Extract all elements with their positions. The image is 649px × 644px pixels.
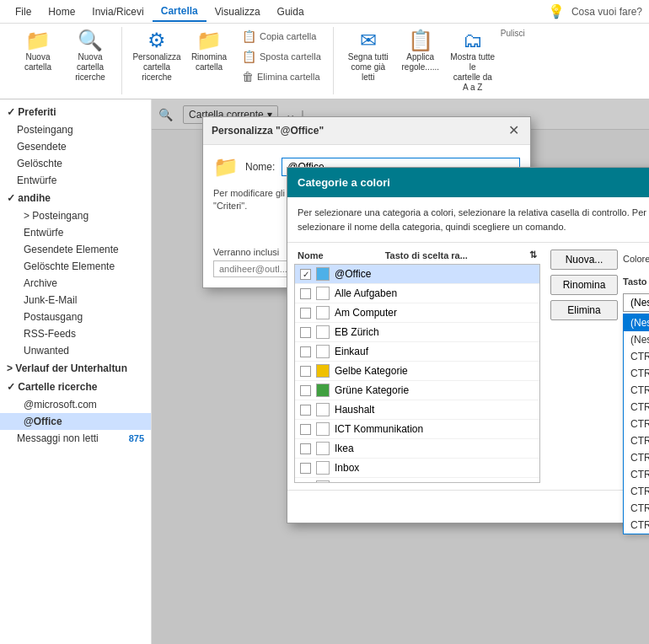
sidebar-item-entwürfe-pref[interactable]: Entwürfe [0, 172, 151, 189]
shortcut-option-f3[interactable]: CTRL+F3 [624, 365, 649, 382]
nuova-cartella-label: Nuovacartella [24, 52, 51, 72]
shortcut-select[interactable]: (Nessuno) CTRL+F2 CTRL+F3 CTRL+F4 CTRL+F… [623, 293, 649, 312]
menu-search-placeholder: Cosa vuoi fare? [571, 6, 642, 18]
shortcut-option-f2[interactable]: CTRL+F2 [624, 348, 649, 365]
cat-side-panel: Colore: ▾ Tasto di scelta rapida: (Nessu… [623, 243, 649, 490]
shortcut-option-nessuno1[interactable]: (Nessuno) [624, 314, 649, 331]
cat-checkbox-haushalt[interactable] [300, 405, 311, 416]
menu-bar: File Home Invia/Ricevi Cartella Visualiz… [0, 0, 649, 24]
cat-swatch-gelbe [316, 364, 330, 378]
sidebar-item-archive[interactable]: Archive [0, 275, 151, 292]
sidebar-item-unwanted[interactable]: Unwanted [0, 342, 151, 359]
cat-checkbox-ict[interactable] [300, 424, 311, 435]
cat-row-eb[interactable]: EB Zürich [295, 323, 539, 342]
cat-row-haushalt[interactable]: Haushalt [295, 400, 539, 420]
cat-checkbox-eb[interactable] [300, 327, 311, 338]
cat-checkbox-irgendwann[interactable] [300, 482, 311, 484]
sposta-cartella-label: Sposta cartella [260, 51, 321, 62]
cat-list: @Office Alle Aufgaben Am Computer [294, 264, 540, 483]
sidebar-item-gesendete-pref[interactable]: Gesendete [0, 138, 151, 155]
personalizza-btn[interactable]: ⚙ Personalizzacartella ricerche [132, 27, 181, 86]
cat-row-alle[interactable]: Alle Aufgaben [295, 284, 539, 303]
personalizza-close-btn[interactable]: ✕ [505, 122, 522, 139]
sidebar-item-rss[interactable]: RSS-Feeds [0, 325, 151, 342]
cat-checkbox-alle[interactable] [300, 288, 311, 299]
menu-guida[interactable]: Guida [269, 3, 313, 21]
shortcut-option-nessuno2[interactable]: (Nessuno) [624, 331, 649, 348]
cat-name-ikea: Ikea [335, 443, 354, 454]
sidebar-item-gelöschte-elemente[interactable]: Gelöschte Elemente [0, 258, 151, 275]
cat-footer: OK [287, 490, 649, 523]
sidebar-item-office[interactable]: @Office [0, 413, 151, 430]
cat-checkbox-ikea[interactable] [300, 443, 311, 454]
cat-row-inbox[interactable]: Inbox [295, 459, 539, 478]
shortcut-option-f4[interactable]: CTRL+F4 [624, 382, 649, 399]
menu-home[interactable]: Home [40, 3, 83, 21]
pulisci-label: Pulisci [501, 27, 525, 38]
sidebar-item-postausgang[interactable]: Postausgang [0, 309, 151, 325]
shortcut-option-f9[interactable]: CTRL+F9 [624, 466, 649, 483]
sidebar-item-posteingang-pref[interactable]: Posteingang [0, 121, 151, 138]
cat-name-office: @Office [335, 268, 371, 280]
rinomina-cartella-label: Rinominacartella [191, 52, 227, 72]
shortcut-option-f11[interactable]: CTRL+F11 [624, 500, 649, 517]
cat-checkbox-inbox[interactable] [300, 463, 311, 474]
cat-checkbox-am-computer[interactable] [300, 308, 311, 319]
cat-name-einkauf: Einkauf [335, 346, 368, 357]
lightbulb-icon: 💡 [548, 3, 565, 19]
cat-row-gelbe[interactable]: Gelbe Kategorie [295, 362, 539, 381]
sidebar: ✓ Preferiti Posteingang Gesendete Gelösc… [0, 99, 152, 644]
mostra-tutte-btn[interactable]: 🗂 Mostra tutte lecartelle da A a Z [448, 27, 497, 96]
cat-row-office[interactable]: @Office [295, 265, 539, 284]
shortcut-option-f7[interactable]: CTRL+F7 [624, 432, 649, 449]
cat-row-irgendwann[interactable]: Irgendwann [295, 478, 539, 483]
cat-row-ikea[interactable]: Ikea [295, 439, 539, 459]
menu-file[interactable]: File [7, 3, 40, 21]
elimina-btn[interactable]: Elimina [550, 300, 618, 320]
cat-checkbox-office[interactable] [300, 269, 311, 280]
sidebar-section-verlauf[interactable]: > Verlauf der Unterhaltun [0, 359, 151, 378]
cat-name-ict: ICT Kommunikation [335, 423, 423, 435]
shortcut-option-f12[interactable]: CTRL+F12 [624, 517, 649, 534]
cat-checkbox-grune[interactable] [300, 385, 311, 396]
applica-regole-btn[interactable]: 📋 Applicaregole...... [396, 27, 445, 76]
cat-row-am-computer[interactable]: Am Computer [295, 303, 539, 323]
nuova-cartella-btn[interactable]: 📁 Nuovacartella [13, 27, 62, 76]
shortcut-option-f10[interactable]: CTRL+F10 [624, 483, 649, 500]
cat-checkbox-einkauf[interactable] [300, 346, 311, 357]
col-sort-icon[interactable]: ⇅ [529, 250, 537, 260]
sidebar-section-andihe[interactable]: ✓ andihe [0, 189, 151, 207]
copia-cartella-btn[interactable]: 📋 Copia cartella [237, 27, 326, 46]
sposta-cartella-btn[interactable]: 📋 Sposta cartella [237, 47, 326, 66]
sidebar-section-cartelle-ricerche[interactable]: ✓ Cartelle ricerche [0, 378, 151, 396]
sidebar-item-entwürfe[interactable]: Entwürfe [0, 224, 151, 241]
sidebar-item-posteingang[interactable]: > Posteingang [0, 207, 151, 224]
cat-row-grune[interactable]: Grüne Kategorie [295, 381, 539, 400]
cat-swatch-ict [316, 422, 330, 436]
sidebar-item-messaggi[interactable]: Messaggi non letti 875 [0, 430, 151, 447]
segna-tutti-btn[interactable]: ✉ Segna tutticome già letti [344, 27, 393, 86]
cat-swatch-eb [316, 325, 330, 339]
sidebar-item-microsoft[interactable]: @microsoft.com [0, 396, 151, 413]
menu-invia-ricevi[interactable]: Invia/Ricevi [83, 3, 152, 21]
sidebar-section-preferiti[interactable]: ✓ Preferiti [0, 103, 151, 121]
nuova-btn[interactable]: Nuova... [550, 250, 618, 270]
menu-visualizza[interactable]: Visualizza [206, 3, 269, 21]
cat-swatch-grune [316, 384, 330, 397]
cat-checkbox-gelbe[interactable] [300, 366, 311, 377]
rinomina-cartella-btn[interactable]: 📁 Rinominacartella [185, 27, 233, 76]
shortcut-option-f6[interactable]: CTRL+F6 [624, 416, 649, 432]
cat-color-row: Colore: ▾ [623, 250, 649, 268]
menu-cartella[interactable]: Cartella [153, 2, 206, 22]
sidebar-item-gelöschte-pref[interactable]: Gelöschte [0, 155, 151, 172]
cat-row-ict[interactable]: ICT Kommunikation [295, 420, 539, 439]
mostra-tutte-icon: 🗂 [463, 30, 483, 51]
elimina-cartella-btn[interactable]: 🗑 Elimina cartella [237, 67, 326, 86]
nuova-cartella-ricerche-btn[interactable]: 🔍 Nuova cartellaricerche [66, 27, 115, 86]
cat-row-einkauf[interactable]: Einkauf [295, 342, 539, 362]
sidebar-item-junk[interactable]: Junk-E-Mail [0, 292, 151, 309]
shortcut-option-f5[interactable]: CTRL+F5 [624, 399, 649, 416]
shortcut-option-f8[interactable]: CTRL+F8 [624, 449, 649, 466]
rinomina-btn[interactable]: Rinomina [550, 275, 618, 295]
sidebar-item-gesendete-elemente[interactable]: Gesendete Elemente [0, 241, 151, 258]
